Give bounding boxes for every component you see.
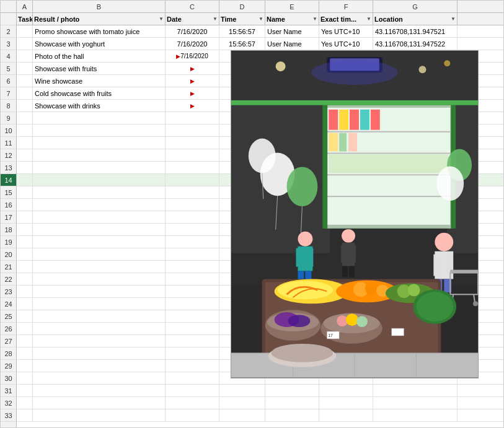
row-num-10[interactable]: 10 [1,124,16,137]
cell-17-c[interactable] [166,211,219,223]
cell-4-b[interactable]: Photo of the hall [33,50,166,62]
cell-32-b[interactable] [33,397,166,409]
cell-32-f[interactable] [319,397,373,409]
cell-19-b[interactable] [33,236,166,248]
cell-29-c[interactable] [166,360,219,372]
cell-9-c[interactable] [166,112,219,124]
row-num-27[interactable]: 27 [1,335,16,347]
cell-15-c[interactable] [166,186,219,198]
cell-29-b[interactable] [33,360,166,372]
cell-20-c[interactable] [166,248,219,260]
cell-3-g[interactable]: 43.116708,131.947522 [373,38,458,50]
cell-25-a[interactable] [17,310,33,322]
row-num-23[interactable]: 23 [1,286,16,298]
cell-5-a[interactable] [17,63,33,74]
cell-25-c[interactable] [166,310,219,322]
cell-9-b[interactable] [33,112,166,124]
row-num-28[interactable]: 28 [1,347,16,360]
row-num-2[interactable]: 2 [1,25,16,38]
col-header-a[interactable]: A [17,1,33,12]
row-num-12[interactable]: 12 [1,149,16,162]
cell-32-e[interactable] [265,397,319,409]
cell-28-a[interactable] [17,347,33,359]
cell-22-a[interactable] [17,273,33,285]
row-num-25[interactable]: 25 [1,310,16,323]
cell-3-c[interactable]: 7/16/2020 [166,38,219,50]
cell-33-a[interactable] [17,409,33,421]
row-num-22[interactable]: 22 [1,273,16,286]
cell-11-a[interactable] [17,137,33,149]
cell-6-a[interactable] [17,75,33,87]
cell-10-c[interactable] [166,124,219,136]
header-task[interactable]: Task ▼ [17,13,33,25]
cell-17-b[interactable] [33,211,166,223]
cell-21-c[interactable] [166,261,219,273]
row-num-31[interactable]: 31 [1,385,16,397]
cell-16-b[interactable] [33,199,166,211]
cell-15-b[interactable] [33,186,166,198]
table-row[interactable] [17,397,503,409]
row-num-3[interactable]: 3 [1,38,16,50]
header-location[interactable]: Location ▼ [373,13,458,25]
cell-23-b[interactable] [33,286,166,297]
col-header-g[interactable]: G [373,1,458,12]
cell-33-b[interactable] [33,409,166,421]
time-filter-button[interactable]: ▼ [259,16,263,22]
row-num-29[interactable]: 29 [1,360,16,372]
header-date[interactable]: Date ▼ [166,13,219,25]
cell-5-c[interactable]: ▶ [166,63,219,74]
cell-9-a[interactable] [17,112,33,124]
row-num-15[interactable]: 15 [1,186,16,199]
cell-14-a[interactable] [17,174,33,186]
row-num-7[interactable]: 7 [1,87,16,100]
cell-8-c[interactable]: ▶ [166,100,219,111]
cell-26-a[interactable] [17,323,33,334]
cell-14-c[interactable] [166,174,219,186]
cell-13-a[interactable] [17,162,33,173]
cell-33-e[interactable] [265,409,319,421]
table-row[interactable] [17,385,503,397]
cell-11-b[interactable] [33,137,166,149]
row-num-21[interactable]: 21 [1,261,16,273]
row-num-18[interactable]: 18 [1,224,16,236]
cell-23-a[interactable] [17,286,33,297]
cell-24-c[interactable] [166,298,219,310]
row-num-6[interactable]: 6 [1,75,16,87]
cell-18-a[interactable] [17,224,33,235]
row-num-20[interactable]: 20 [1,248,16,261]
cell-4-a[interactable] [17,50,33,62]
col-header-b[interactable]: B [33,1,166,12]
cell-12-c[interactable] [166,149,219,161]
cell-16-a[interactable] [17,199,33,211]
cell-27-b[interactable] [33,335,166,347]
row-num-5[interactable]: 5 [1,63,16,75]
cell-20-a[interactable] [17,248,33,260]
cell-5-b[interactable]: Showcase with fruits [33,63,166,74]
cell-31-a[interactable] [17,385,33,396]
cell-2-f[interactable]: Yes UTC+10 [319,25,373,37]
cell-14-b[interactable] [33,174,166,186]
cell-2-d[interactable]: 15:56:57 [219,25,265,37]
cell-7-b[interactable]: Cold showcase with fruits [33,87,166,99]
row-num-30[interactable]: 30 [1,372,16,385]
cell-24-a[interactable] [17,298,33,310]
cell-8-b[interactable]: Showcase with drinks [33,100,166,111]
cell-11-c[interactable] [166,137,219,149]
cell-28-b[interactable] [33,347,166,359]
row-num-26[interactable]: 26 [1,323,16,335]
cell-30-a[interactable] [17,372,33,384]
cell-30-c[interactable] [166,372,219,384]
cell-12-a[interactable] [17,149,33,161]
cell-32-a[interactable] [17,397,33,409]
header-result-photo[interactable]: Result / photo ▼ [33,13,166,25]
col-header-d[interactable]: D [219,1,265,12]
cell-27-a[interactable] [17,335,33,347]
cell-33-f[interactable] [319,409,373,421]
row-num-32[interactable]: 32 [1,397,16,409]
cell-31-c[interactable] [166,385,219,396]
cell-10-a[interactable] [17,124,33,136]
exact-time-filter-button[interactable]: ▼ [366,16,371,22]
cell-2-g[interactable]: 43.116708,131.947521 [373,25,458,37]
cell-19-a[interactable] [17,236,33,248]
table-row[interactable]: Showcase with yoghurt 7/16/2020 15:56:57… [17,38,503,50]
